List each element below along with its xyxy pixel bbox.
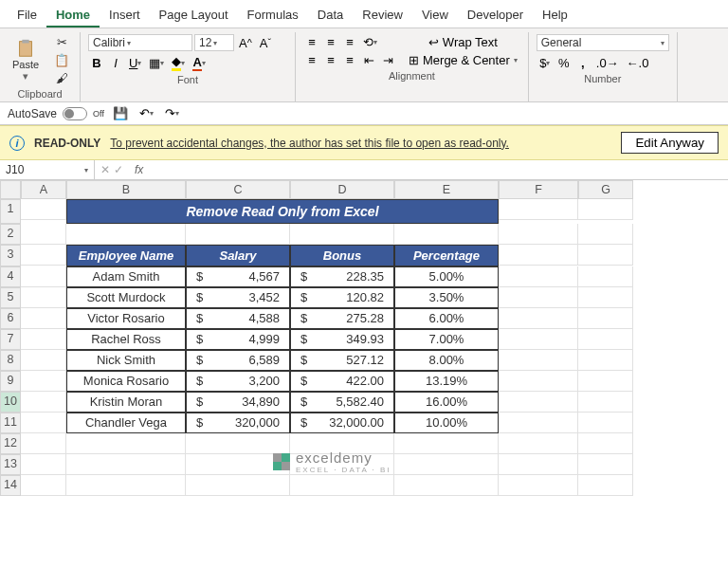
svg-rect-0 — [20, 42, 32, 57]
col-header-G[interactable]: G — [578, 180, 633, 199]
percent-button[interactable]: % — [555, 55, 573, 71]
align-bottom-button[interactable]: ≡ — [341, 34, 358, 50]
decrease-decimal-button[interactable]: ←.0 — [624, 55, 652, 71]
menu-insert[interactable]: Insert — [100, 4, 150, 28]
col-header-A[interactable]: A — [21, 180, 66, 199]
row-header-13[interactable]: 13 — [0, 454, 21, 475]
save-button[interactable]: 💾 — [110, 105, 131, 121]
row-header-10[interactable]: 10 — [0, 392, 21, 413]
row-header-8[interactable]: 8 — [0, 350, 21, 371]
col-header-B[interactable]: B — [66, 180, 186, 199]
menu-formulas[interactable]: Formulas — [238, 4, 308, 28]
row-header-1[interactable]: 1 — [0, 199, 21, 224]
font-size-select[interactable]: 12▾ — [194, 34, 234, 51]
edit-anyway-button[interactable]: Edit Anyway — [621, 132, 719, 154]
cell-pct: 7.00% — [394, 329, 499, 350]
orientation-button[interactable]: ⟲ ▾ — [360, 34, 380, 50]
cell-name: Scott Murdock — [66, 287, 186, 308]
select-all-corner[interactable] — [0, 180, 21, 199]
cell-name: Rachel Ross — [66, 329, 186, 350]
cell-salary: $320,000 — [186, 413, 290, 433]
underline-button[interactable]: U ▾ — [126, 55, 144, 71]
align-left-button[interactable]: ≡ — [303, 52, 320, 68]
redo-button[interactable]: ↷ ▾ — [162, 105, 182, 121]
align-top-button[interactable]: ≡ — [303, 34, 320, 50]
cell-salary: $34,890 — [186, 392, 290, 413]
row-header-12[interactable]: 12 — [0, 433, 21, 454]
fill-color-button[interactable]: ◆ ▾ — [169, 53, 188, 72]
align-middle-button[interactable]: ≡ — [322, 34, 339, 50]
row-header-11[interactable]: 11 — [0, 413, 21, 433]
menu-developer[interactable]: Developer — [458, 4, 533, 28]
table-header: Salary — [186, 245, 290, 266]
quick-access-toolbar: AutoSave Off 💾 ↶ ▾ ↷ ▾ — [0, 102, 728, 125]
menu-data[interactable]: Data — [308, 4, 353, 28]
cell-bonus: $5,582.40 — [290, 392, 394, 413]
align-center-button[interactable]: ≡ — [322, 52, 339, 68]
cut-button[interactable]: ✂ — [51, 34, 72, 50]
number-format-select[interactable]: General▾ — [537, 34, 669, 51]
autosave-toggle[interactable] — [63, 107, 87, 120]
menu-page-layout[interactable]: Page Layout — [150, 4, 238, 28]
fx-icon[interactable]: fx — [129, 163, 149, 176]
italic-button[interactable]: I — [107, 55, 124, 71]
comma-button[interactable]: , — [574, 55, 592, 71]
increase-decimal-button[interactable]: .0→ — [593, 55, 622, 71]
col-header-C[interactable]: C — [186, 180, 290, 199]
font-color-button[interactable]: A ▾ — [190, 54, 208, 72]
format-painter-button[interactable]: 🖌 — [51, 70, 72, 86]
readonly-message-link[interactable]: To prevent accidental changes, the autho… — [110, 137, 509, 150]
row-header-5[interactable]: 5 — [0, 287, 21, 308]
row-header-14[interactable]: 14 — [0, 475, 21, 496]
cell-salary: $4,999 — [186, 329, 290, 350]
name-box[interactable]: J10▾ — [0, 160, 95, 179]
row-header-9[interactable]: 9 — [0, 371, 21, 392]
merge-center-button[interactable]: ⊞ Merge & Center ▾ — [406, 52, 520, 68]
row-header-2[interactable]: 2 — [0, 224, 21, 245]
font-group-label: Font — [88, 72, 287, 87]
formula-input[interactable] — [149, 167, 728, 173]
autosave-label: AutoSave — [8, 107, 57, 120]
align-right-button[interactable]: ≡ — [341, 52, 358, 68]
cell-pct: 10.00% — [394, 413, 499, 433]
col-header-F[interactable]: F — [499, 180, 578, 199]
sheet-title: Remove Read Only from Excel — [66, 199, 499, 224]
currency-button[interactable]: $ ▾ — [537, 55, 554, 71]
cell-salary: $3,200 — [186, 371, 290, 392]
menu-home[interactable]: Home — [46, 4, 100, 28]
cell-name: Adam Smith — [66, 266, 186, 287]
exceldemy-logo: exceldemyEXCEL · DATA · BI — [265, 443, 399, 481]
font-name-select[interactable]: Calibri▾ — [88, 34, 192, 51]
cell-pct: 16.00% — [394, 392, 499, 413]
accept-formula-icon: ✓ — [114, 163, 123, 176]
bold-button[interactable]: B — [88, 55, 105, 71]
cell-bonus: $349.93 — [290, 329, 394, 350]
menu-help[interactable]: Help — [533, 4, 577, 28]
wrap-text-button[interactable]: ↩ Wrap Text — [406, 34, 520, 50]
increase-indent-button[interactable]: ⇥ — [379, 52, 396, 68]
cell-pct: 6.00% — [394, 308, 499, 329]
increase-font-button[interactable]: A^ — [236, 35, 255, 51]
menu-file[interactable]: File — [8, 4, 46, 28]
col-header-D[interactable]: D — [290, 180, 394, 199]
decrease-font-button[interactable]: Aˇ — [257, 35, 274, 51]
menu-review[interactable]: Review — [353, 4, 412, 28]
border-button[interactable]: ▦ ▾ — [146, 55, 167, 71]
row-header-4[interactable]: 4 — [0, 266, 21, 287]
row-header-7[interactable]: 7 — [0, 329, 21, 350]
row-header-6[interactable]: 6 — [0, 308, 21, 329]
paste-button[interactable]: Paste ▾ — [8, 36, 44, 84]
col-header-E[interactable]: E — [394, 180, 499, 199]
copy-button[interactable]: 📋 — [51, 52, 72, 68]
cancel-formula-icon: ✕ — [100, 163, 110, 176]
cell-salary: $4,588 — [186, 308, 290, 329]
menu-bar: FileHomeInsertPage LayoutFormulasDataRev… — [0, 0, 728, 28]
svg-rect-1 — [22, 40, 28, 44]
row-header-3[interactable]: 3 — [0, 245, 21, 266]
autosave-state: Off — [93, 109, 104, 119]
undo-button[interactable]: ↶ ▾ — [136, 105, 156, 121]
cell-salary: $3,452 — [186, 287, 290, 308]
menu-view[interactable]: View — [412, 4, 458, 28]
decrease-indent-button[interactable]: ⇤ — [360, 52, 377, 68]
cell-bonus: $422.00 — [290, 371, 394, 392]
